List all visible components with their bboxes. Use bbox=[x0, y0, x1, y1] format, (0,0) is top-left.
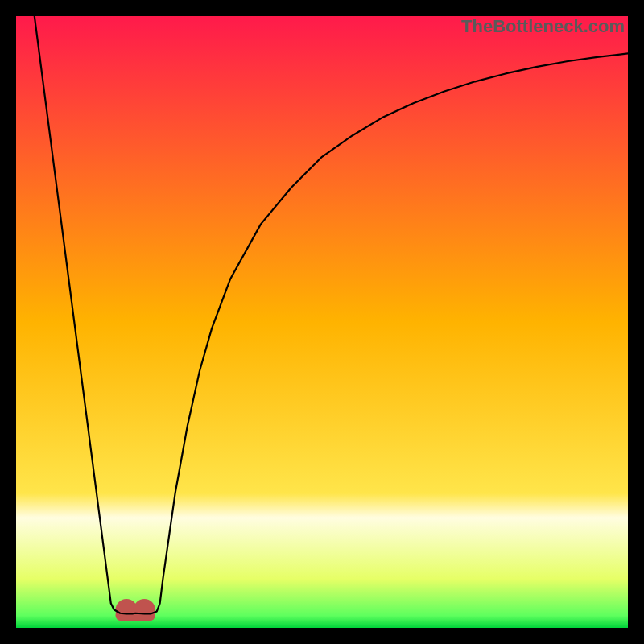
watermark-text: TheBottleneck.com bbox=[461, 16, 625, 37]
svg-point-2 bbox=[134, 599, 155, 621]
bottleneck-chart bbox=[16, 16, 628, 628]
chart-frame: TheBottleneck.com bbox=[16, 16, 628, 628]
gradient-background bbox=[16, 16, 628, 628]
